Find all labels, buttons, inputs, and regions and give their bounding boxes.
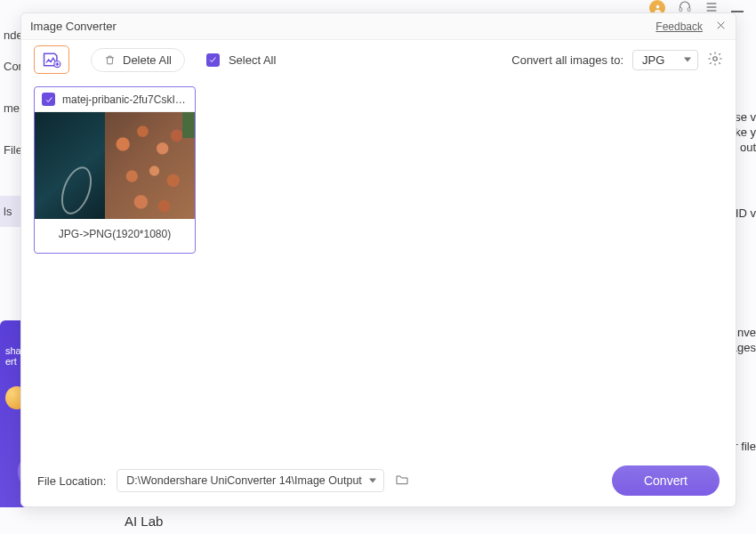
svg-rect-2 — [688, 7, 690, 11]
svg-point-11 — [713, 56, 718, 61]
sidebar-item[interactable]: me — [0, 93, 21, 124]
convert-button[interactable]: Convert — [612, 465, 720, 496]
delete-all-button[interactable]: Delete All — [91, 48, 185, 72]
checkbox-checked-icon — [206, 53, 220, 67]
delete-all-label: Delete All — [123, 53, 172, 67]
sidebar-item[interactable]: Con — [0, 51, 21, 82]
ai-lab-label[interactable]: AI Lab — [125, 514, 163, 529]
image-card[interactable]: matej-pribanic-2fu7CskIT... JPG->PNG(192… — [34, 86, 196, 254]
dialog-header: Image Converter Feedback — [21, 13, 736, 40]
open-folder-icon[interactable] — [395, 473, 409, 489]
sidebar-item[interactable]: ls — [0, 196, 21, 227]
image-grid: matej-pribanic-2fu7CskIT... JPG->PNG(192… — [21, 79, 736, 455]
image-conversion-info: JPG->PNG(1920*1080) — [35, 219, 195, 253]
svg-point-0 — [655, 4, 659, 8]
sidebar-item[interactable]: File — [0, 134, 21, 166]
output-format-select[interactable]: JPG — [632, 50, 698, 70]
sidebar-item[interactable]: nde — [0, 20, 21, 51]
image-thumbnail[interactable] — [35, 112, 195, 219]
image-filename: matej-pribanic-2fu7CskIT... — [62, 93, 188, 106]
bg-text: nve — [737, 326, 756, 339]
select-all-label: Select All — [229, 53, 276, 67]
image-card-header: matej-pribanic-2fu7CskIT... — [35, 87, 195, 112]
convert-to-label: Convert all images to: — [511, 53, 623, 67]
select-all-checkbox[interactable]: Select All — [206, 53, 276, 67]
feedback-link[interactable]: Feedback — [655, 20, 703, 33]
file-location-select[interactable]: D:\Wondershare UniConverter 14\Image Out… — [117, 469, 383, 492]
image-converter-dialog: Image Converter Feedback Delete All — [20, 12, 736, 507]
checkbox-checked-icon[interactable] — [42, 93, 55, 106]
file-location-label: File Location: — [37, 474, 106, 488]
dialog-title: Image Converter — [30, 20, 117, 33]
close-icon[interactable] — [715, 20, 727, 34]
toolbar: Delete All Select All Convert all images… — [21, 40, 736, 79]
convert-to-group: Convert all images to: JPG — [511, 50, 723, 70]
svg-rect-1 — [680, 7, 682, 11]
settings-icon[interactable] — [707, 51, 723, 69]
dialog-footer: File Location: D:\Wondershare UniConvert… — [21, 455, 736, 506]
add-image-button[interactable] — [34, 45, 69, 74]
